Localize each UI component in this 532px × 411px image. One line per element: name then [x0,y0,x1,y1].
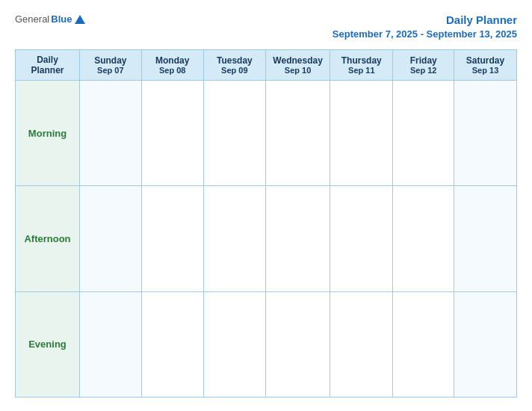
header-thursday: Thursday Sep 11 [330,50,393,81]
evening-thursday[interactable] [330,291,393,397]
header-label-top: Daily [19,55,76,65]
wednesday-name: Wednesday [269,55,327,66]
header-tuesday: Tuesday Sep 09 [203,50,265,81]
morning-sunday[interactable] [80,81,142,186]
morning-tuesday[interactable] [203,81,265,186]
morning-row: Morning [16,81,517,186]
afternoon-sunday[interactable] [80,186,142,291]
logo-triangle-icon [75,15,85,24]
morning-saturday[interactable] [454,81,517,186]
tuesday-date: Sep 09 [207,66,262,75]
page: General Blue Daily Planner September 7, … [0,0,532,411]
evening-monday[interactable] [141,291,203,397]
afternoon-friday[interactable] [393,186,454,291]
thursday-date: Sep 11 [333,66,389,75]
morning-thursday[interactable] [330,81,393,186]
sunday-name: Sunday [83,55,138,66]
header-friday: Friday Sep 12 [393,50,454,81]
morning-friday[interactable] [393,81,454,186]
planner-title: Daily Planner [446,13,517,26]
evening-friday[interactable] [393,291,454,397]
friday-date: Sep 12 [396,66,451,75]
evening-label: Evening [16,291,80,397]
tuesday-name: Tuesday [207,55,262,66]
sunday-date: Sep 07 [83,66,138,75]
header-monday: Monday Sep 08 [141,50,203,81]
thursday-name: Thursday [333,55,389,66]
afternoon-tuesday[interactable] [203,186,265,291]
header-label-bottom: Planner [19,65,76,75]
logo-area: General Blue [15,13,85,25]
friday-name: Friday [396,55,451,66]
wednesday-date: Sep 10 [269,66,327,75]
evening-sunday[interactable] [80,291,142,397]
morning-monday[interactable] [141,81,203,186]
saturday-date: Sep 13 [457,66,513,75]
evening-tuesday[interactable] [203,291,265,397]
header-wednesday: Wednesday Sep 10 [266,50,330,81]
title-area: Daily Planner September 7, 2025 - Septem… [332,13,517,40]
afternoon-row: Afternoon [16,186,517,291]
afternoon-wednesday[interactable] [266,186,330,291]
morning-wednesday[interactable] [266,81,330,186]
header-row: Daily Planner Sunday Sep 07 Monday Sep 0… [16,50,517,81]
afternoon-monday[interactable] [141,186,203,291]
calendar-table: Daily Planner Sunday Sep 07 Monday Sep 0… [15,49,517,398]
logo-general: General [15,13,49,25]
monday-name: Monday [145,55,200,66]
planner-date-range: September 7, 2025 - September 13, 2025 [332,28,517,40]
evening-saturday[interactable] [454,291,517,397]
header-saturday: Saturday Sep 13 [454,50,517,81]
evening-wednesday[interactable] [266,291,330,397]
saturday-name: Saturday [457,55,513,66]
logo-text: General Blue [15,13,85,25]
header-label-cell: Daily Planner [16,50,80,81]
logo-blue: Blue [51,13,72,25]
monday-date: Sep 08 [145,66,200,75]
afternoon-saturday[interactable] [454,186,517,291]
header-sunday: Sunday Sep 07 [80,50,142,81]
afternoon-label: Afternoon [16,186,80,291]
afternoon-thursday[interactable] [330,186,393,291]
morning-label: Morning [16,81,80,186]
top-header: General Blue Daily Planner September 7, … [15,13,517,40]
evening-row: Evening [16,291,517,397]
